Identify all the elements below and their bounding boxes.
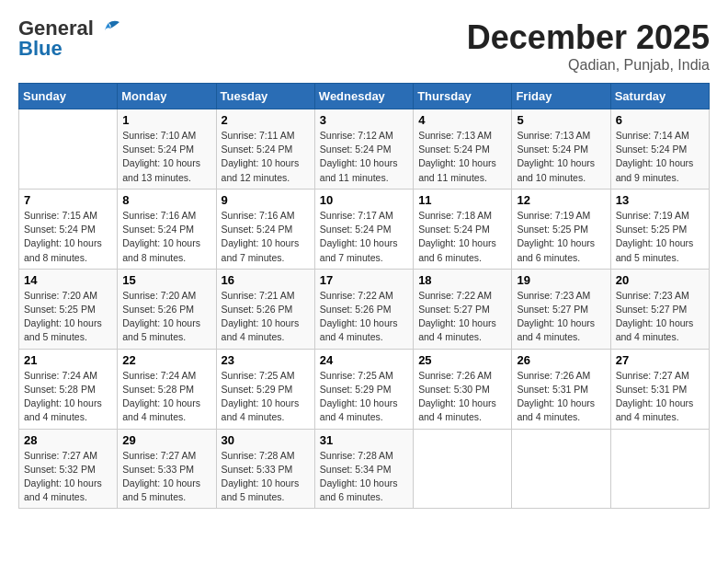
day-info: Sunrise: 7:11 AM Sunset: 5:24 PM Dayligh… — [222, 129, 310, 185]
day-info: Sunrise: 7:19 AM Sunset: 5:25 PM Dayligh… — [517, 209, 605, 265]
col-header-friday: Friday — [512, 84, 610, 109]
day-cell: 10Sunrise: 7:17 AM Sunset: 5:24 PM Dayli… — [314, 189, 413, 269]
calendar-header-row: SundayMondayTuesdayWednesdayThursdayFrid… — [19, 84, 710, 109]
day-number: 8 — [122, 193, 210, 207]
day-info: Sunrise: 7:26 AM Sunset: 5:30 PM Dayligh… — [418, 369, 506, 425]
day-info: Sunrise: 7:10 AM Sunset: 5:24 PM Dayligh… — [122, 129, 210, 185]
page-header: General Blue December 2025 Qadian, Punja… — [18, 18, 710, 74]
day-number: 1 — [122, 113, 210, 127]
day-info: Sunrise: 7:18 AM Sunset: 5:24 PM Dayligh… — [418, 209, 506, 265]
calendar-body: 1Sunrise: 7:10 AM Sunset: 5:24 PM Daylig… — [19, 109, 710, 509]
day-cell: 20Sunrise: 7:23 AM Sunset: 5:27 PM Dayli… — [610, 269, 709, 349]
day-info: Sunrise: 7:23 AM Sunset: 5:27 PM Dayligh… — [517, 289, 605, 345]
day-number: 16 — [222, 273, 310, 287]
day-cell: 24Sunrise: 7:25 AM Sunset: 5:29 PM Dayli… — [314, 349, 413, 429]
day-number: 6 — [616, 113, 704, 127]
calendar-table: SundayMondayTuesdayWednesdayThursdayFrid… — [18, 83, 710, 509]
month-title: December 2025 — [467, 18, 710, 57]
day-number: 10 — [320, 193, 408, 207]
col-header-tuesday: Tuesday — [216, 84, 314, 109]
day-cell: 17Sunrise: 7:22 AM Sunset: 5:26 PM Dayli… — [314, 269, 413, 349]
title-section: December 2025 Qadian, Punjab, India — [467, 18, 710, 74]
week-row-2: 7Sunrise: 7:15 AM Sunset: 5:24 PM Daylig… — [19, 189, 710, 269]
day-number: 12 — [517, 193, 605, 207]
col-header-wednesday: Wednesday — [314, 84, 413, 109]
day-number: 31 — [320, 433, 408, 447]
day-number: 26 — [517, 353, 605, 367]
day-number: 17 — [320, 273, 408, 287]
day-info: Sunrise: 7:20 AM Sunset: 5:25 PM Dayligh… — [24, 289, 112, 345]
day-cell: 22Sunrise: 7:24 AM Sunset: 5:28 PM Dayli… — [118, 349, 216, 429]
day-info: Sunrise: 7:27 AM Sunset: 5:32 PM Dayligh… — [24, 449, 112, 505]
day-number: 9 — [222, 193, 310, 207]
day-cell: 14Sunrise: 7:20 AM Sunset: 5:25 PM Dayli… — [19, 269, 118, 349]
day-info: Sunrise: 7:13 AM Sunset: 5:24 PM Dayligh… — [517, 129, 605, 185]
day-cell: 5Sunrise: 7:13 AM Sunset: 5:24 PM Daylig… — [512, 109, 610, 190]
day-number: 15 — [122, 273, 210, 287]
day-cell: 7Sunrise: 7:15 AM Sunset: 5:24 PM Daylig… — [19, 189, 118, 269]
day-cell: 19Sunrise: 7:23 AM Sunset: 5:27 PM Dayli… — [512, 269, 610, 349]
day-info: Sunrise: 7:23 AM Sunset: 5:27 PM Dayligh… — [616, 289, 704, 345]
day-number: 13 — [616, 193, 704, 207]
col-header-monday: Monday — [118, 84, 216, 109]
day-info: Sunrise: 7:22 AM Sunset: 5:26 PM Dayligh… — [320, 289, 408, 345]
day-cell: 18Sunrise: 7:22 AM Sunset: 5:27 PM Dayli… — [414, 269, 512, 349]
day-info: Sunrise: 7:20 AM Sunset: 5:26 PM Dayligh… — [122, 289, 210, 345]
week-row-1: 1Sunrise: 7:10 AM Sunset: 5:24 PM Daylig… — [19, 109, 710, 190]
day-cell: 30Sunrise: 7:28 AM Sunset: 5:33 PM Dayli… — [216, 429, 314, 509]
day-number: 2 — [222, 113, 310, 127]
day-info: Sunrise: 7:28 AM Sunset: 5:34 PM Dayligh… — [320, 449, 408, 505]
day-cell: 29Sunrise: 7:27 AM Sunset: 5:33 PM Dayli… — [118, 429, 216, 509]
day-info: Sunrise: 7:15 AM Sunset: 5:24 PM Dayligh… — [24, 209, 112, 265]
day-cell: 8Sunrise: 7:16 AM Sunset: 5:24 PM Daylig… — [118, 189, 216, 269]
day-number: 23 — [222, 353, 310, 367]
day-number: 24 — [320, 353, 408, 367]
day-cell: 15Sunrise: 7:20 AM Sunset: 5:26 PM Dayli… — [118, 269, 216, 349]
day-info: Sunrise: 7:25 AM Sunset: 5:29 PM Dayligh… — [320, 369, 408, 425]
day-cell: 26Sunrise: 7:26 AM Sunset: 5:31 PM Dayli… — [512, 349, 610, 429]
day-info: Sunrise: 7:25 AM Sunset: 5:29 PM Dayligh… — [222, 369, 310, 425]
day-number: 14 — [24, 273, 112, 287]
day-cell: 2Sunrise: 7:11 AM Sunset: 5:24 PM Daylig… — [216, 109, 314, 190]
col-header-saturday: Saturday — [610, 84, 709, 109]
day-cell — [610, 429, 709, 509]
day-cell: 27Sunrise: 7:27 AM Sunset: 5:31 PM Dayli… — [610, 349, 709, 429]
day-cell: 13Sunrise: 7:19 AM Sunset: 5:25 PM Dayli… — [610, 189, 709, 269]
day-number: 29 — [122, 433, 210, 447]
day-cell: 16Sunrise: 7:21 AM Sunset: 5:26 PM Dayli… — [216, 269, 314, 349]
day-number: 5 — [517, 113, 605, 127]
day-cell: 3Sunrise: 7:12 AM Sunset: 5:24 PM Daylig… — [314, 109, 413, 190]
day-number: 22 — [122, 353, 210, 367]
day-number: 21 — [24, 353, 112, 367]
day-cell: 6Sunrise: 7:14 AM Sunset: 5:24 PM Daylig… — [610, 109, 709, 190]
day-cell: 1Sunrise: 7:10 AM Sunset: 5:24 PM Daylig… — [118, 109, 216, 190]
week-row-4: 21Sunrise: 7:24 AM Sunset: 5:28 PM Dayli… — [19, 349, 710, 429]
col-header-sunday: Sunday — [19, 84, 118, 109]
day-number: 30 — [222, 433, 310, 447]
day-cell — [414, 429, 512, 509]
location: Qadian, Punjab, India — [467, 57, 710, 74]
day-cell: 25Sunrise: 7:26 AM Sunset: 5:30 PM Dayli… — [414, 349, 512, 429]
day-number: 27 — [616, 353, 704, 367]
day-cell: 11Sunrise: 7:18 AM Sunset: 5:24 PM Dayli… — [414, 189, 512, 269]
day-cell: 4Sunrise: 7:13 AM Sunset: 5:24 PM Daylig… — [414, 109, 512, 190]
day-info: Sunrise: 7:24 AM Sunset: 5:28 PM Dayligh… — [122, 369, 210, 425]
day-info: Sunrise: 7:22 AM Sunset: 5:27 PM Dayligh… — [418, 289, 506, 345]
logo-blue: Blue — [18, 37, 63, 61]
day-info: Sunrise: 7:27 AM Sunset: 5:31 PM Dayligh… — [616, 369, 704, 425]
day-info: Sunrise: 7:16 AM Sunset: 5:24 PM Dayligh… — [222, 209, 310, 265]
week-row-5: 28Sunrise: 7:27 AM Sunset: 5:32 PM Dayli… — [19, 429, 710, 509]
day-info: Sunrise: 7:12 AM Sunset: 5:24 PM Dayligh… — [320, 129, 408, 185]
day-cell: 21Sunrise: 7:24 AM Sunset: 5:28 PM Dayli… — [19, 349, 118, 429]
day-cell: 9Sunrise: 7:16 AM Sunset: 5:24 PM Daylig… — [216, 189, 314, 269]
day-number: 25 — [418, 353, 506, 367]
day-info: Sunrise: 7:16 AM Sunset: 5:24 PM Dayligh… — [122, 209, 210, 265]
day-info: Sunrise: 7:26 AM Sunset: 5:31 PM Dayligh… — [517, 369, 605, 425]
day-number: 19 — [517, 273, 605, 287]
day-info: Sunrise: 7:27 AM Sunset: 5:33 PM Dayligh… — [122, 449, 210, 505]
day-cell: 28Sunrise: 7:27 AM Sunset: 5:32 PM Dayli… — [19, 429, 118, 509]
day-info: Sunrise: 7:28 AM Sunset: 5:33 PM Dayligh… — [222, 449, 310, 505]
day-info: Sunrise: 7:14 AM Sunset: 5:24 PM Dayligh… — [616, 129, 704, 185]
day-number: 4 — [418, 113, 506, 127]
day-cell — [512, 429, 610, 509]
